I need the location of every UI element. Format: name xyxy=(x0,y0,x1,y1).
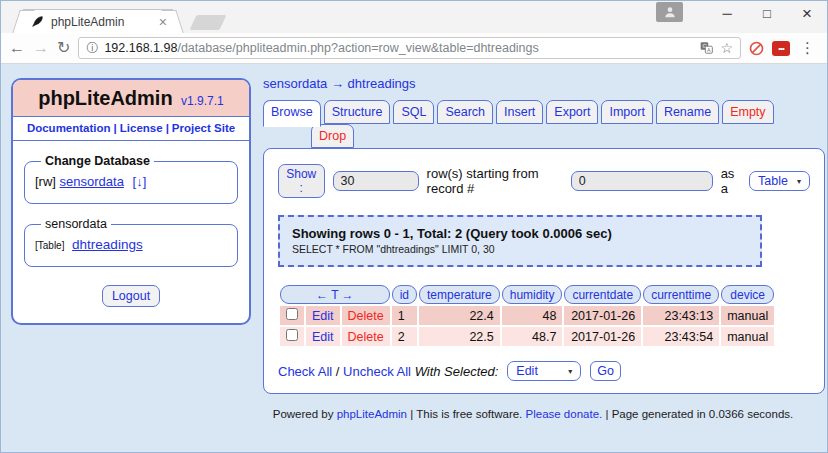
breadcrumb-table-link[interactable]: dhtreadings xyxy=(348,76,416,91)
table-row: Edit Delete 1 22.4 48 2017-01-26 23:43:1… xyxy=(280,306,774,325)
header-currentdate[interactable]: currentdate xyxy=(564,285,641,304)
blocker-extension-icon[interactable] xyxy=(749,41,764,56)
edit-link[interactable]: Edit xyxy=(312,309,334,323)
browser-menu-icon[interactable]: ⋮ xyxy=(798,39,817,57)
tab-insert[interactable]: Insert xyxy=(496,100,543,124)
minimize-button[interactable]: ─ xyxy=(707,1,747,27)
new-tab-button[interactable] xyxy=(190,15,227,30)
tab-drop[interactable]: Drop xyxy=(311,124,354,148)
breadcrumb: sensordata → dhtreadings xyxy=(263,76,825,91)
generated-text: Page generated in 0.0366 seconds. xyxy=(612,408,794,420)
table-type-label: [Table] xyxy=(35,240,64,251)
url-host: 192.168.1.98 xyxy=(104,41,177,55)
footer-separator: | xyxy=(605,408,608,420)
delete-link[interactable]: Delete xyxy=(348,309,384,323)
bulk-action-value: Edit xyxy=(516,364,538,378)
documentation-link[interactable]: Documentation xyxy=(27,122,111,134)
rows-count-input[interactable] xyxy=(333,171,419,191)
page-footer: Powered by phpLiteAdmin | This is free s… xyxy=(263,408,803,420)
svg-text:A: A xyxy=(708,47,712,53)
donate-link[interactable]: Please donate. xyxy=(526,408,603,420)
profile-avatar-button[interactable] xyxy=(656,2,683,22)
pagination-controls: Show : row(s) starting from record # as … xyxy=(278,164,810,198)
row-checkbox[interactable] xyxy=(286,308,298,320)
check-all-link[interactable]: Check All xyxy=(278,364,332,379)
header-id[interactable]: id xyxy=(392,285,417,304)
delete-link[interactable]: Delete xyxy=(348,330,384,344)
logout-button[interactable]: Logout xyxy=(102,285,160,307)
breadcrumb-arrow-icon: → xyxy=(331,76,344,91)
row-checkbox[interactable] xyxy=(286,329,298,341)
free-software-text: This is free software. xyxy=(416,408,522,420)
sidebar: phpLiteAdmin v1.9.7.1 Documentation|Lice… xyxy=(11,78,251,325)
bulk-actions: Check All / Uncheck All With Selected: E… xyxy=(278,361,810,381)
person-icon xyxy=(663,5,677,19)
breadcrumb-db-link[interactable]: sensordata xyxy=(263,76,327,91)
database-download-link[interactable]: [↓] xyxy=(133,174,147,189)
database-link[interactable]: sensordata xyxy=(60,174,124,189)
browser-tab[interactable]: phpLiteAdmin × xyxy=(23,9,173,33)
tab-export[interactable]: Export xyxy=(546,100,598,124)
cell-device: manual xyxy=(721,306,774,325)
change-database-fieldset: Change Database [rw] sensordata [↓] xyxy=(24,154,238,204)
browser-window: phpLiteAdmin × ─ □ × ← → ↻ ⓘ 192.168.1.9… xyxy=(0,0,828,453)
phpliteadmin-link[interactable]: phpLiteAdmin xyxy=(337,408,407,420)
results-table: ← T → id temperature humidity currentdat… xyxy=(278,283,776,348)
cell-temperature: 22.4 xyxy=(419,306,500,325)
password-extension-icon[interactable]: ••• xyxy=(772,41,790,56)
uncheck-all-link[interactable]: Uncheck All xyxy=(343,364,411,379)
view-select[interactable]: Table ▾ xyxy=(749,171,810,191)
go-button[interactable]: Go xyxy=(590,361,621,381)
show-button[interactable]: Show : xyxy=(278,164,325,198)
window-controls: ─ □ × xyxy=(656,1,827,31)
tab-close-icon[interactable]: × xyxy=(157,15,169,29)
bookmark-star-icon[interactable]: ☆ xyxy=(720,40,733,56)
maximize-button[interactable]: □ xyxy=(747,1,787,27)
edit-link[interactable]: Edit xyxy=(312,330,334,344)
app-header: phpLiteAdmin v1.9.7.1 xyxy=(13,80,249,117)
tab-browse[interactable]: Browse xyxy=(263,100,321,127)
cell-currenttime: 23:43:54 xyxy=(643,327,719,346)
translate-icon[interactable]: GA xyxy=(699,41,714,55)
query-summary: Showing rows 0 - 1, Total: 2 (Query took… xyxy=(292,226,748,241)
cell-humidity: 48.7 xyxy=(502,327,563,346)
license-link[interactable]: License xyxy=(120,122,163,134)
table-header-row: ← T → id temperature humidity currentdat… xyxy=(280,285,774,304)
header-temperature[interactable]: temperature xyxy=(419,285,500,304)
tab-structure[interactable]: Structure xyxy=(324,100,391,124)
url-path: /database/phpliteadmin.php?action=row_vi… xyxy=(177,41,538,55)
cell-currenttime: 23:43:13 xyxy=(643,306,719,325)
header-device[interactable]: device xyxy=(721,285,774,304)
page-viewport: phpLiteAdmin v1.9.7.1 Documentation|Lice… xyxy=(1,64,827,452)
table-link[interactable]: dhtreadings xyxy=(72,237,143,252)
query-result-box: Showing rows 0 - 1, Total: 2 (Query took… xyxy=(278,215,762,267)
bulk-separator: / xyxy=(336,364,340,379)
tab-search[interactable]: Search xyxy=(437,100,493,124)
cell-humidity: 48 xyxy=(502,306,563,325)
page-info-icon[interactable]: ⓘ xyxy=(86,40,98,57)
tab-sql[interactable]: SQL xyxy=(393,100,434,124)
reload-icon[interactable]: ↻ xyxy=(57,40,70,56)
query-sql: SELECT * FROM "dhtreadings" LIMIT 0, 30 xyxy=(292,243,748,255)
tab-rename[interactable]: Rename xyxy=(656,100,719,124)
tab-empty[interactable]: Empty xyxy=(722,100,773,124)
as-a-text: as a xyxy=(721,166,741,196)
start-record-input[interactable] xyxy=(571,171,713,191)
header-humidity[interactable]: humidity xyxy=(502,285,563,304)
close-window-button[interactable]: × xyxy=(787,1,827,27)
main-content: sensordata → dhtreadings Browse Structur… xyxy=(263,64,825,420)
address-bar[interactable]: ⓘ 192.168.1.98/database/phpliteadmin.php… xyxy=(78,37,741,59)
header-currenttime[interactable]: currenttime xyxy=(643,285,719,304)
rows-text: row(s) starting from record # xyxy=(427,166,563,196)
header-transpose[interactable]: ← T → xyxy=(280,285,390,304)
table-row: Edit Delete 2 22.5 48.7 2017-01-26 23:43… xyxy=(280,327,774,346)
browse-panel: Show : row(s) starting from record # as … xyxy=(263,148,825,394)
url-text: 192.168.1.98/database/phpliteadmin.php?a… xyxy=(104,41,693,55)
back-icon[interactable]: ← xyxy=(9,40,25,56)
tab-import[interactable]: Import xyxy=(601,100,652,124)
project-site-link[interactable]: Project Site xyxy=(172,122,235,134)
chevron-down-icon: ▾ xyxy=(797,177,801,186)
browser-titlebar: phpLiteAdmin × ─ □ × xyxy=(1,1,827,33)
footer-separator: | xyxy=(410,408,413,420)
bulk-action-select[interactable]: Edit ▾ xyxy=(507,361,581,381)
